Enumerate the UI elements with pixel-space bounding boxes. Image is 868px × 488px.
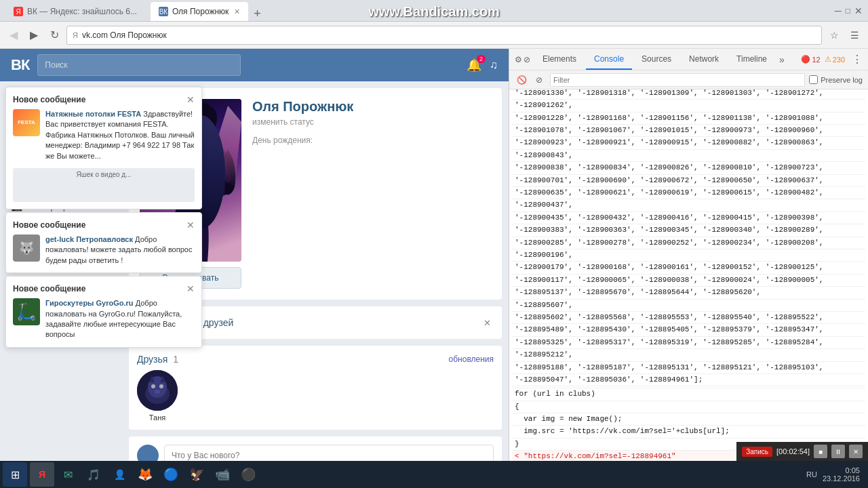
- taskbar-chrome-icon: 🔵: [163, 467, 178, 482]
- taskbar: ⊞ Я ✉ 🎵 👤 🦊 🔵 🦅 📹 ⚫ RU: [0, 461, 868, 488]
- devtools-tab-timeline[interactable]: Timeline: [728, 49, 775, 70]
- recording-bar: Запись [00:02:54] ■ ⏸ ✕: [736, 442, 868, 461]
- devtools-tab-elements[interactable]: Elements: [534, 49, 585, 70]
- console-output[interactable]: '-128902472', '-128902427', '-128902407'…: [509, 89, 868, 466]
- taskbar-app-mail[interactable]: ✉: [56, 462, 80, 487]
- taskbar-app-other[interactable]: ⚫: [236, 462, 260, 487]
- taskbar-clock: 0:05 23.12.2016: [823, 466, 860, 483]
- taskbar-app-chrome[interactable]: 🔵: [159, 462, 183, 487]
- devtools-tab-console[interactable]: Console: [586, 49, 632, 70]
- bookmark-button[interactable]: ☆: [826, 27, 842, 43]
- notif1-avatar: FESTA: [13, 109, 40, 136]
- console-clear-button[interactable]: 🚫: [515, 73, 528, 87]
- tab-vk-title: Оля Порожнюк: [172, 7, 229, 16]
- gyro-avatar-icon: 🛴: [16, 302, 37, 321]
- browser-titlebar: Я ВК — Яндекс: знайшлось 6... ВК Оля Пор…: [0, 0, 868, 22]
- minimize-button[interactable]: ─: [835, 5, 842, 16]
- console-line: img.src = 'https://vk.com/im?sel='+clubs…: [512, 426, 865, 438]
- notifications-overlay: Новое сообщение ✕ FESTA Натяжные потолки…: [0, 81, 208, 353]
- console-line: '-128900701', '-128900690', '-128900672'…: [512, 175, 865, 187]
- console-filter-bar: 🚫 ⊘ Preserve log: [509, 70, 868, 89]
- console-filter-input[interactable]: [550, 73, 805, 87]
- address-bar[interactable]: Я vk.com Оля Порожнюк: [66, 26, 822, 45]
- preserve-log-check[interactable]: [809, 75, 818, 84]
- taskbar-app-firefox[interactable]: 🦊: [133, 462, 157, 487]
- vk-header: ВК Поиск 🔔 2 ♫: [0, 49, 509, 81]
- notification-popup-2: Новое сообщение ✕ 🐺 get-luck Петропавлов…: [5, 212, 202, 273]
- taskbar-app-yandex[interactable]: Я: [30, 462, 54, 487]
- devtools-dock-button[interactable]: ⚙: [515, 55, 522, 64]
- taskbar-other-icon: ⚫: [241, 467, 256, 482]
- console-line: {: [512, 401, 865, 413]
- taskbar-user-icon: 👤: [114, 469, 125, 480]
- profile-status-link[interactable]: изменить статус: [252, 117, 491, 127]
- taskbar-app-user[interactable]: 👤: [107, 462, 132, 487]
- taskbar-app-video[interactable]: 📹: [210, 462, 235, 487]
- close-button[interactable]: ✕: [854, 5, 863, 16]
- notif2-header: Новое сообщение ✕: [13, 220, 195, 230]
- tab-vk-close[interactable]: ✕: [234, 7, 240, 16]
- notification-popup-1: Новое сообщение ✕ FESTA Натяжные потолки…: [5, 87, 202, 209]
- taskbar-apps: Я ✉ 🎵 👤 🦊 🔵 🦅 📹 ⚫: [30, 462, 806, 487]
- friends-list: Таня: [137, 370, 494, 422]
- notif2-close-button[interactable]: ✕: [186, 220, 195, 230]
- devtools-options-button[interactable]: ⋮: [852, 53, 863, 66]
- recording-stop-button[interactable]: ■: [814, 445, 827, 458]
- taskbar-date-display: 23.12.2016: [823, 474, 860, 483]
- address-text: vk.com Оля Порожнюк: [82, 30, 167, 40]
- settings-button[interactable]: ☰: [846, 27, 863, 43]
- recording-close-button[interactable]: ✕: [849, 445, 863, 458]
- vk-search-bar[interactable]: Поиск: [37, 54, 241, 76]
- devtools-tab-network[interactable]: Network: [681, 49, 727, 70]
- tab-vk[interactable]: ВК Оля Порожнюк ✕: [151, 2, 248, 21]
- back-button[interactable]: ◀: [5, 27, 22, 43]
- new-tab-button[interactable]: +: [251, 7, 264, 21]
- taskbar-app-music[interactable]: 🎵: [81, 462, 106, 487]
- notif1-sender: Натяжные потолки FESTA: [45, 110, 141, 118]
- refresh-button[interactable]: ↻: [46, 27, 62, 43]
- friend-item-tanya[interactable]: Таня: [137, 370, 178, 422]
- preserve-log-checkbox[interactable]: Preserve log: [809, 75, 863, 84]
- tab-yandex[interactable]: Я ВК — Яндекс: знайшлось 6...: [5, 2, 151, 21]
- find-friends-label[interactable]: Найдите друзей: [163, 317, 477, 328]
- console-line: var img = new Image();: [512, 413, 865, 426]
- taskbar-mail-icon: ✉: [64, 468, 73, 481]
- friend-tanya-name: Таня: [149, 413, 165, 422]
- notif3-text: Гироскутеры GyroGo.ru Добро пожаловать н…: [45, 298, 195, 340]
- taskbar-firefox-icon: 🦊: [138, 467, 153, 482]
- friends-updates-link[interactable]: обновления: [449, 354, 494, 364]
- console-line: '-128895188', '-128895187', '-128895131'…: [512, 362, 865, 374]
- tab-yandex-icon: Я: [14, 7, 23, 16]
- friend-tanya-avatar: [137, 370, 178, 411]
- taskbar-yandex-icon: Я: [39, 469, 45, 480]
- friends-header: Друзья 1 обновления: [137, 354, 494, 365]
- notif1-close-button[interactable]: ✕: [186, 94, 195, 105]
- devtools-more-tabs[interactable]: »: [779, 54, 785, 65]
- start-button[interactable]: ⊞: [3, 462, 27, 487]
- svg-point-7: [159, 384, 163, 388]
- notif1-title: Новое сообщение: [13, 95, 85, 104]
- devtools-filter-button[interactable]: ⊘: [524, 55, 530, 64]
- birthday-label: День рождения:: [252, 136, 313, 145]
- console-line: '-128900843',: [512, 150, 865, 162]
- console-line: '-128895047', '-128895036', '-128894961'…: [512, 374, 865, 386]
- devtools-tab-sources[interactable]: Sources: [633, 49, 679, 70]
- find-friends-close-button[interactable]: ✕: [484, 318, 491, 328]
- console-filter-button[interactable]: ⊘: [532, 73, 546, 87]
- search-placeholder: Поиск: [45, 60, 67, 70]
- taskbar-time-display: 0:05: [823, 466, 860, 474]
- tab-bar: Я ВК — Яндекс: знайшлось 6... ВК Оля Пор…: [5, 0, 264, 21]
- taskbar-app-opera[interactable]: 🦅: [184, 462, 209, 487]
- notif1-preview: Яшек о видео д...: [13, 168, 195, 202]
- console-line: '-128901228', '-128901168', '-128901156'…: [512, 113, 865, 125]
- notifications-button[interactable]: 🔔 2: [467, 58, 481, 73]
- forward-button[interactable]: ▶: [26, 27, 42, 43]
- notif1-body: FESTA Натяжные потолки FESTA Здравствуйт…: [13, 109, 195, 161]
- address-favicon: Я: [73, 31, 78, 39]
- friends-section: Друзья 1 обновления: [129, 346, 502, 430]
- recording-pause-button[interactable]: ⏸: [831, 445, 845, 458]
- notification-badge: 2: [477, 55, 486, 63]
- notif3-close-button[interactable]: ✕: [186, 283, 195, 294]
- restore-button[interactable]: □: [846, 6, 850, 16]
- music-button[interactable]: ♫: [490, 59, 498, 71]
